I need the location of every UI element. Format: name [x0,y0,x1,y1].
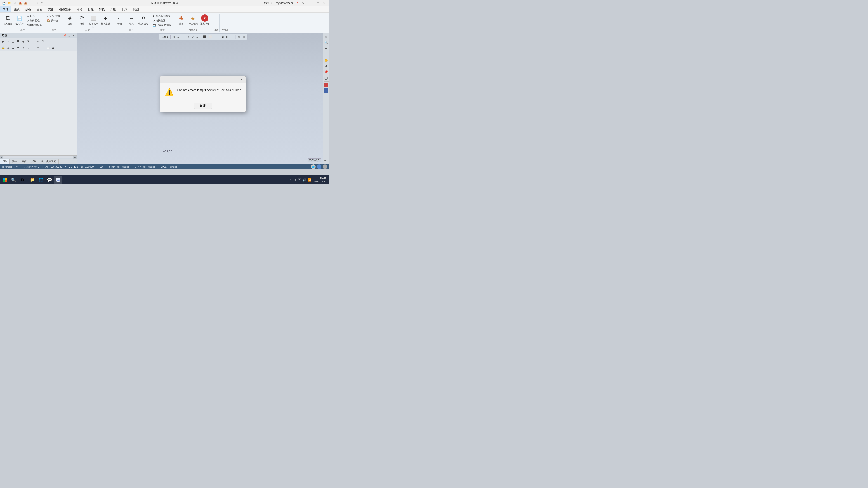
lp-btn-3[interactable]: ◻ [11,39,16,44]
tray-network[interactable]: 📶 [308,178,312,182]
start-button[interactable] [1,176,9,184]
taskbar-chat[interactable]: 💬 [45,176,54,184]
tray-chevron[interactable]: ^ [289,178,293,182]
trace-z-button[interactable]: ↕ 追踪Z深度 [46,14,61,18]
lp-btn-8[interactable]: ✏ [36,39,40,44]
grid-trans-button[interactable]: ⊞ 栅格转矩形 [26,23,43,27]
search-button[interactable]: 🔍 [9,176,18,184]
mirror-rotate-button[interactable]: ⟲ 镜像/旋转 [138,13,149,26]
qa-save[interactable]: 💾 [2,1,6,5]
panel-close-button[interactable]: ✕ [72,34,75,37]
close-button[interactable]: ✕ [321,1,327,5]
import-file-icon: 📄 [16,14,23,22]
rect-button[interactable]: ▭ 矩形 [26,14,43,18]
model-button[interactable]: ◈ 造型 [65,13,75,26]
split-cyl-button[interactable]: ⬡ 分解圆柱 [26,19,43,23]
import-file-button[interactable]: 📄 导入文件 [14,13,25,26]
import-image-button[interactable]: 🖼 导入图像 [2,13,13,26]
lp-btn-11[interactable]: ◈ [6,46,10,50]
surface2-button[interactable]: ◉ 曲面 [176,13,187,26]
lp-btn-12[interactable]: ▲ [11,46,16,50]
open-float-button[interactable]: ◈ 开启浮雕 [188,13,198,26]
task-view-button[interactable]: ⧉ [18,176,26,184]
lp-btn-19[interactable]: 📋 [46,46,50,50]
menu-view[interactable]: 视图 [130,6,142,12]
status-x-value: -108.35236 [50,165,62,168]
tray-volume[interactable]: 🔊 [302,178,306,182]
tab-recent[interactable]: 最近使用功能 [39,159,59,164]
lp-btn-10[interactable]: 🔒 [1,46,5,50]
lp-btn-13[interactable]: ▼ [16,46,20,50]
tab-layer[interactable]: 层别 [29,159,39,164]
qa-export[interactable]: 📤 [18,1,23,5]
tab-toolpath[interactable]: 刀路 [0,159,10,164]
save-to-db-button[interactable]: 💾 保存到数据库 [152,23,173,27]
scroll-right-button[interactable]: ▷ [73,156,76,159]
qa-print[interactable]: 🖨 [13,1,17,5]
lp-btn-1[interactable]: ▶ [1,39,5,44]
menu-file[interactable]: 文件 [0,6,11,12]
help-icon[interactable]: ❓ [295,1,299,5]
menu-annotation[interactable]: 标注 [85,6,96,12]
panel-pin-button[interactable]: 📌 [63,34,67,37]
lp-btn-15[interactable]: ▷ [26,46,30,50]
qa-undo[interactable]: ↩ [29,1,33,5]
menu-mesh[interactable]: 网格 [74,6,85,12]
sweep-button[interactable]: ⟳ 扫描 [76,13,87,26]
status-dot-blue[interactable]: ● [317,164,321,169]
dialog-ok-button[interactable]: 确定 [194,103,212,109]
menu-surface[interactable]: 曲面 [34,6,45,12]
exit-float-button[interactable]: ✕ 退出浮雕 [199,13,210,26]
menu-model-prep[interactable]: 模型准备 [57,6,74,12]
dropdown-arrow[interactable]: ▾ [271,2,272,4]
taskbar-explorer[interactable]: 📁 [28,176,36,184]
taskbar-app1[interactable]: MC [54,176,62,184]
ribbon-group-surface-content: ◈ 造型 ⟳ 扫描 ⬜ 边界及平面 ◆ 基本造型 [65,13,111,29]
to-base-surface-button[interactable]: ⬇ 导入基部曲面 [152,14,173,18]
basic-shape-button[interactable]: ◆ 基本造型 [100,13,111,26]
dialog-close-button[interactable]: ✕ [239,77,244,82]
status-dot-gray[interactable]: ● [323,164,327,169]
qa-more[interactable]: ▾ [40,1,44,5]
settings-icon[interactable]: ⚙ [301,1,306,5]
scroll-track-h[interactable] [3,156,73,158]
lp-btn-16[interactable]: ⬚ [31,46,35,50]
qa-import[interactable]: 📥 [24,1,28,5]
menu-machine[interactable]: 机床 [119,6,130,12]
status-y-label: Y: [65,165,67,168]
panel-float-button[interactable]: ⬚ [67,34,71,37]
taskbar-edge[interactable]: 🌐 [37,176,45,184]
split-cyl-icon: ⬡ [27,19,29,22]
menu-home[interactable]: 主页 [11,6,23,12]
scroll-left-button[interactable]: ◁ [0,156,3,159]
tab-plane[interactable]: 平面 [20,159,29,164]
menu-wireframe[interactable]: 线框 [23,6,34,12]
menu-bar: 文件 主页 线框 曲面 实体 模型准备 网格 标注 转换 浮雕 机床 视图 [0,6,329,13]
clock[interactable]: 20:41 2022/12/26 [314,177,327,183]
menu-transform[interactable]: 转换 [96,6,107,12]
maximize-button[interactable]: □ [315,1,321,5]
lp-btn-9[interactable]: ? [41,39,45,44]
plane-button[interactable]: ▱ 平面 [114,13,125,26]
lp-btn-6[interactable]: G [26,39,30,44]
menu-solid[interactable]: 实体 [45,6,57,12]
boundary-plane-button[interactable]: ⬜ 边界及平面 [88,13,99,29]
lp-btn-14[interactable]: ◁ [21,46,25,50]
lp-btn-20[interactable]: ⚙ [51,46,55,50]
status-wcs-value: 俯视图 [169,165,177,168]
lp-btn-18[interactable]: ◻ [41,46,45,50]
lp-btn-7[interactable]: 1 [31,39,35,44]
status-globe-icon[interactable]: 🌐 [311,164,315,169]
lp-btn-2[interactable]: ✕ [6,39,10,44]
qa-open[interactable]: 📂 [7,1,12,5]
transform-surface-button[interactable]: ⇄ 转换曲面 [152,19,173,23]
lp-btn-5[interactable]: ◈ [21,39,25,44]
design-room-button[interactable]: 🏠 设计室 [46,19,61,23]
lp-btn-17[interactable]: ✏ [36,46,40,50]
lp-btn-4[interactable]: ☰ [16,39,20,44]
transform-button[interactable]: ↔ 转换 [126,13,137,26]
minimize-button[interactable]: ─ [309,1,315,5]
menu-relief[interactable]: 浮雕 [107,6,119,12]
qa-redo[interactable]: ↪ [34,1,39,5]
tab-solid[interactable]: 实体 [10,159,20,164]
